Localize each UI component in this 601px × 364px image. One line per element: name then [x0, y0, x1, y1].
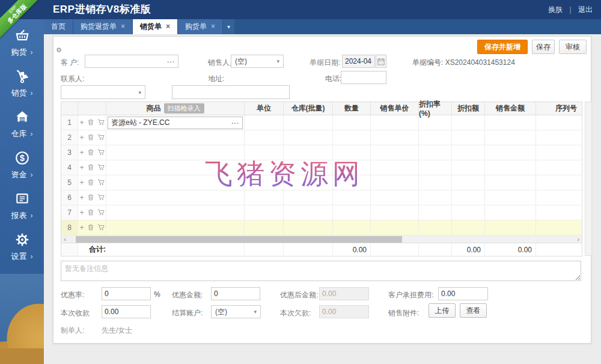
- add-row-icon[interactable]: +: [79, 149, 84, 156]
- delete-row-icon[interactable]: [88, 179, 94, 187]
- sidebar-item-settings[interactable]: 设置›: [0, 227, 44, 268]
- empty-cell[interactable]: [419, 190, 452, 205]
- sidebar-item-sales[interactable]: 销货›: [0, 64, 44, 105]
- product-cell[interactable]: [106, 205, 245, 220]
- empty-cell[interactable]: [284, 160, 333, 175]
- calendar-icon[interactable]: [376, 55, 386, 68]
- empty-cell[interactable]: [536, 145, 582, 160]
- product-input[interactable]: 资源e站 - ZYE.CC...: [108, 117, 243, 129]
- empty-cell[interactable]: [371, 205, 419, 220]
- product-cell[interactable]: [106, 220, 245, 235]
- empty-cell[interactable]: [485, 115, 536, 130]
- empty-cell[interactable]: [419, 220, 452, 235]
- empty-cell[interactable]: [371, 145, 419, 160]
- view-button[interactable]: 查看: [460, 303, 487, 318]
- empty-cell[interactable]: [452, 160, 485, 175]
- salesperson-select[interactable]: (空) ▾: [231, 55, 284, 68]
- product-cell[interactable]: [106, 145, 245, 160]
- empty-cell[interactable]: [333, 190, 371, 205]
- product-lookup-button[interactable]: ...: [230, 117, 242, 128]
- scan-gun-badge[interactable]: 扫描枪录入: [164, 103, 204, 114]
- delete-row-icon[interactable]: [88, 119, 94, 127]
- product-cell[interactable]: [106, 130, 245, 145]
- add-row-icon[interactable]: +: [79, 134, 84, 141]
- scrollbar-thumb[interactable]: [76, 236, 402, 243]
- empty-cell[interactable]: [333, 205, 371, 220]
- empty-cell[interactable]: [419, 145, 452, 160]
- delete-row-icon[interactable]: [88, 224, 94, 232]
- tab-purchase-order[interactable]: 购货单×: [178, 19, 222, 34]
- close-icon[interactable]: ×: [211, 19, 215, 34]
- empty-cell[interactable]: [485, 205, 536, 220]
- empty-cell[interactable]: [419, 115, 452, 130]
- empty-cell[interactable]: [284, 175, 333, 190]
- empty-cell[interactable]: [333, 160, 371, 175]
- empty-cell[interactable]: [245, 175, 284, 190]
- date-input[interactable]: [342, 55, 375, 68]
- empty-cell[interactable]: [536, 190, 582, 205]
- empty-cell[interactable]: [452, 130, 485, 145]
- contact-select[interactable]: ▾: [61, 85, 145, 99]
- empty-cell[interactable]: [371, 160, 419, 175]
- empty-cell[interactable]: [536, 220, 582, 235]
- delete-row-icon[interactable]: [88, 209, 94, 217]
- empty-cell[interactable]: [452, 175, 485, 190]
- empty-cell[interactable]: [371, 220, 419, 235]
- empty-cell[interactable]: [371, 130, 419, 145]
- empty-cell[interactable]: [452, 205, 485, 220]
- product-cell[interactable]: 资源e站 - ZYE.CC...: [106, 115, 245, 130]
- customer-lookup-button[interactable]: ...: [166, 56, 178, 67]
- customer-fee-input[interactable]: [438, 287, 488, 300]
- cart-row-icon[interactable]: [97, 149, 105, 157]
- empty-cell[interactable]: [536, 175, 582, 190]
- change-skin-link[interactable]: 换肤: [548, 5, 563, 14]
- customer-input[interactable]: [85, 55, 166, 67]
- add-row-icon[interactable]: +: [79, 194, 84, 201]
- empty-cell[interactable]: [245, 160, 284, 175]
- vertical-scrollbar[interactable]: [585, 102, 592, 256]
- close-icon[interactable]: ×: [121, 19, 125, 34]
- add-row-icon[interactable]: +: [79, 209, 84, 216]
- delete-row-icon[interactable]: [88, 134, 94, 142]
- empty-cell[interactable]: [284, 190, 333, 205]
- tab-home[interactable]: 首页: [44, 19, 73, 34]
- empty-cell[interactable]: [485, 160, 536, 175]
- empty-cell[interactable]: [485, 130, 536, 145]
- empty-cell[interactable]: [452, 145, 485, 160]
- empty-cell[interactable]: [284, 220, 333, 235]
- close-icon[interactable]: ×: [166, 19, 170, 34]
- cart-row-icon[interactable]: [97, 134, 105, 142]
- cart-row-icon[interactable]: [97, 164, 105, 172]
- save-and-new-button[interactable]: 保存并新增: [477, 40, 528, 54]
- empty-cell[interactable]: [485, 220, 536, 235]
- scroll-left-icon[interactable]: ‹: [61, 235, 69, 243]
- empty-cell[interactable]: [333, 145, 371, 160]
- cart-row-icon[interactable]: [97, 119, 105, 127]
- delete-row-icon[interactable]: [88, 164, 94, 172]
- remark-textarea[interactable]: [61, 261, 581, 281]
- empty-cell[interactable]: [333, 220, 371, 235]
- empty-cell[interactable]: [245, 145, 284, 160]
- empty-cell[interactable]: [245, 115, 284, 130]
- upload-button[interactable]: 上传: [429, 303, 456, 318]
- empty-cell[interactable]: [371, 115, 419, 130]
- sidebar-item-warehouse[interactable]: 仓库›: [0, 105, 44, 145]
- horizontal-scrollbar[interactable]: ‹ ›: [61, 235, 582, 243]
- empty-cell[interactable]: [419, 160, 452, 175]
- empty-cell[interactable]: [452, 220, 485, 235]
- received-input[interactable]: [102, 305, 151, 318]
- product-cell[interactable]: [106, 175, 245, 190]
- add-row-icon[interactable]: +: [79, 164, 84, 171]
- cart-row-icon[interactable]: [97, 194, 105, 202]
- empty-cell[interactable]: [333, 130, 371, 145]
- save-button[interactable]: 保存: [532, 40, 555, 54]
- form-settings-gear-icon[interactable]: [56, 44, 62, 55]
- sidebar-item-reports[interactable]: 报表›: [0, 186, 44, 227]
- empty-cell[interactable]: [419, 205, 452, 220]
- delete-row-icon[interactable]: [88, 149, 94, 157]
- empty-cell[interactable]: [245, 130, 284, 145]
- discount-amount-input[interactable]: [211, 287, 260, 300]
- empty-cell[interactable]: [284, 145, 333, 160]
- empty-cell[interactable]: [371, 190, 419, 205]
- tab-list-dropdown[interactable]: ▾: [223, 19, 234, 34]
